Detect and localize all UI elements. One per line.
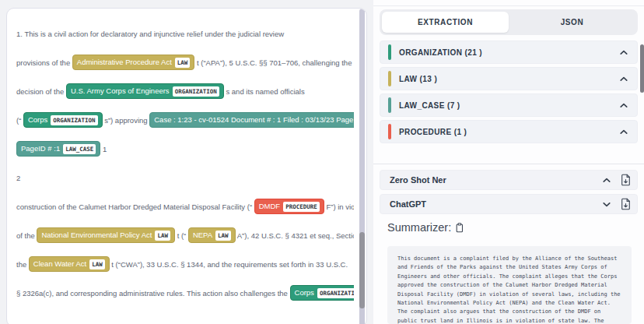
- chevron-down-icon[interactable]: [603, 202, 611, 207]
- document-line: the Clean Water ActLAW t (“CWA”), 33 U.S…: [16, 257, 354, 273]
- document-text-run: 1. This is a civil action for declarator…: [16, 30, 284, 38]
- summarizer-heading: Summarizer:: [387, 221, 464, 234]
- document-line: decision of the U.S. Army Corps of Engin…: [16, 84, 354, 100]
- summarizer-title: Summarizer:: [387, 221, 451, 234]
- document-text-run: t (“APA”), 5 U.S.C. §§ 701–706, challeng…: [194, 58, 352, 67]
- document-line: § 2326a(c), and corresponding administra…: [16, 286, 354, 301]
- section-row-zero-shot-ner[interactable]: Zero Shot Ner: [380, 170, 638, 190]
- model-section-list: Zero Shot Ner ChatGPT: [380, 170, 638, 218]
- panel-scrollbar-thumb[interactable]: [640, 44, 644, 93]
- entity-text: PageID # :1: [21, 141, 60, 157]
- chevron-up-icon[interactable]: [620, 103, 628, 108]
- chevron-up-icon[interactable]: [620, 129, 628, 135]
- document-text-run: decision of the: [16, 87, 66, 96]
- entity-chip-law[interactable]: National Environmental Policy ActLAW: [37, 227, 175, 243]
- section-row-chatgpt[interactable]: ChatGPT: [380, 194, 638, 214]
- section-label: ChatGPT: [390, 199, 603, 209]
- entity-tag-badge: LAW: [175, 58, 191, 69]
- entity-text: U.S. Army Corps of Engineers: [71, 83, 170, 99]
- document-text-run: t (“: [175, 231, 188, 240]
- entity-chip-law[interactable]: Clean Water ActLAW: [29, 256, 110, 272]
- entity-tag-badge: LAW: [89, 259, 105, 270]
- document-text-run: t (“CWA”), 33 U.S.C. § 1344, and the req…: [110, 260, 348, 269]
- category-label: PROCEDURE (1 ): [399, 128, 620, 136]
- clipboard-icon[interactable]: [456, 223, 464, 233]
- document-text-run: 1: [100, 145, 107, 153]
- tab-json[interactable]: JSON: [509, 12, 635, 33]
- document-panel: 1. This is a civil action for declarator…: [6, 8, 367, 324]
- document-text-run: provisions of the: [16, 58, 72, 67]
- entity-tag-badge: ORGANIZATION: [51, 115, 97, 126]
- entity-text: Corps: [295, 285, 314, 301]
- entity-chip-law_case[interactable]: PageID # :1LAW_CASE: [16, 141, 100, 157]
- document-text-run: the: [16, 260, 29, 269]
- document-scrollbar-thumb[interactable]: [359, 232, 365, 308]
- category-label: LAW_CASE (7 ): [399, 101, 620, 110]
- extraction-panel: EXTRACTION JSON ORGANIZATION (21 ) LAW (…: [373, 0, 644, 324]
- document-text-run: s”) approving: [103, 116, 150, 125]
- section-divider: [373, 164, 644, 164]
- document-line: (“ CorpsORGANIZATION s”) approving Case …: [16, 113, 354, 129]
- document-scrollbar-track[interactable]: [359, 9, 365, 324]
- document-line: of the National Environmental Policy Act…: [16, 228, 354, 244]
- document-text-run: F”) in violation: [324, 202, 354, 211]
- category-label: LAW (13 ): [399, 75, 620, 83]
- entity-tag-badge: LAW_CASE: [63, 144, 96, 155]
- category-color-bar: [388, 124, 391, 139]
- summary-text: This document is a complaint filed by th…: [387, 246, 632, 324]
- document-line: 1. This is a civil action for declarator…: [16, 26, 354, 42]
- document-text-run: s and its named officials: [224, 87, 305, 96]
- tab-extraction[interactable]: EXTRACTION: [382, 12, 509, 33]
- entity-chip-procedure[interactable]: DMDFPROCEDURE: [254, 199, 324, 214]
- entity-chip-law[interactable]: NEPALAW: [188, 227, 236, 243]
- entity-text: Administrative Procedure Act: [77, 55, 172, 70]
- entity-tag-badge: ORGANIZATION: [173, 86, 219, 97]
- category-color-bar: [388, 71, 391, 86]
- tab-bar: EXTRACTION JSON: [380, 9, 638, 35]
- category-color-bar: [388, 97, 391, 113]
- entity-category-row-law_case[interactable]: LAW_CASE (7 ): [380, 93, 638, 117]
- file-export-icon[interactable]: [621, 174, 631, 186]
- file-export-icon[interactable]: [621, 198, 631, 210]
- entity-chip-law[interactable]: Administrative Procedure ActLAW: [72, 55, 195, 70]
- entity-tag-badge: ORGANIZATION: [317, 288, 354, 299]
- document-text-run: of the: [16, 231, 37, 240]
- category-color-bar: [388, 44, 391, 60]
- entity-tag-badge: LAW: [155, 231, 170, 241]
- chevron-up-icon[interactable]: [603, 178, 611, 183]
- document-line: PageID # :1LAW_CASE 1: [16, 142, 354, 157]
- entity-category-row-organization[interactable]: ORGANIZATION (21 ): [380, 40, 638, 64]
- document-line: 2: [16, 171, 354, 186]
- document-text-run: § 2326a(c), and corresponding administra…: [16, 289, 290, 298]
- entity-text: Case : 1:23 - cv-01524 Document # : 1 Fi…: [154, 112, 354, 128]
- document-text-run: A”), 42 U.S.C. § 4321 et seq., Section 4…: [236, 231, 354, 240]
- entity-text: NEPA: [193, 227, 212, 243]
- entity-chip-organization[interactable]: CorpsORGANIZATION: [290, 285, 354, 301]
- entity-text: Clean Water Act: [33, 256, 86, 272]
- document-line: provisions of the Administrative Procedu…: [16, 55, 354, 71]
- entity-category-list: ORGANIZATION (21 ) LAW (13 ) LAW_CASE (7…: [380, 40, 638, 146]
- entity-text: Corps: [28, 112, 47, 128]
- entity-category-row-procedure[interactable]: PROCEDURE (1 ): [380, 120, 638, 143]
- entity-chip-law_case[interactable]: Case : 1:23 - cv-01524 Document # : 1 Fi…: [149, 112, 354, 128]
- top-divider: [373, 5, 644, 6]
- document-text: 1. This is a civil action for declarator…: [16, 26, 354, 324]
- entity-text: National Environmental Policy Act: [41, 227, 152, 243]
- category-label: ORGANIZATION (21 ): [399, 48, 620, 57]
- entity-text: DMDF: [259, 199, 280, 214]
- entity-tag-badge: LAW: [215, 231, 231, 241]
- chevron-up-icon[interactable]: [620, 76, 628, 82]
- chevron-up-icon[interactable]: [620, 50, 628, 55]
- document-line: construction of the Calumet Harbor Dredg…: [16, 199, 354, 215]
- entity-tag-badge: PROCEDURE: [283, 202, 320, 213]
- document-text-run: (“: [16, 116, 23, 125]
- entity-chip-organization[interactable]: U.S. Army Corps of EngineersORGANIZATION: [66, 83, 224, 99]
- document-text-run: construction of the Calumet Harbor Dredg…: [16, 202, 254, 211]
- document-text-run: 2: [16, 174, 20, 182]
- section-label: Zero Shot Ner: [390, 175, 603, 185]
- entity-chip-organization[interactable]: CorpsORGANIZATION: [23, 112, 103, 128]
- entity-category-row-law[interactable]: LAW (13 ): [380, 67, 638, 90]
